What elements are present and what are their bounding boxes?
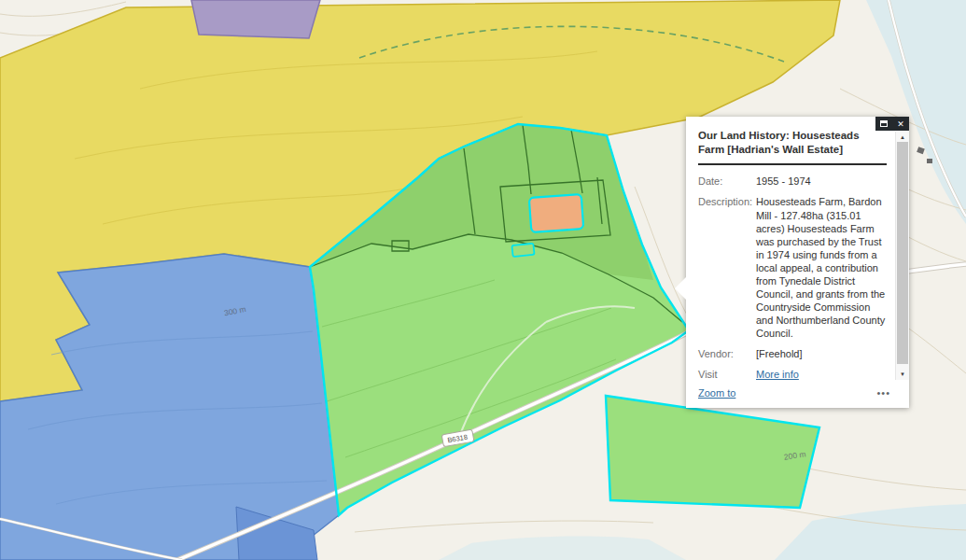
field-value: More info xyxy=(756,368,887,384)
highlighted-small-parcel[interactable] xyxy=(511,244,534,257)
field-label: Visit Property: xyxy=(698,368,756,384)
field-value: 1955 - 1974 xyxy=(756,175,887,188)
parcel-purple[interactable] xyxy=(191,0,320,38)
field-label: Vendor: xyxy=(698,347,756,360)
field-row-description: Description: Housesteads Farm, Bardon Mi… xyxy=(698,195,887,340)
selected-feature-fort[interactable] xyxy=(529,194,583,232)
popup-content: Our Land History: Housesteads Farm [Hadr… xyxy=(686,117,895,384)
title-divider xyxy=(698,163,887,165)
more-info-link[interactable]: More info xyxy=(756,369,799,380)
popup-title: Our Land History: Housesteads Farm [Hadr… xyxy=(698,129,887,157)
popup-scrollbar[interactable]: ▲ ▼ xyxy=(895,132,909,380)
more-actions-button[interactable]: ••• xyxy=(876,388,890,399)
field-row-date: Date: 1955 - 1974 xyxy=(698,175,887,188)
close-button[interactable]: ✕ xyxy=(892,117,909,131)
field-value: [Freehold] xyxy=(756,347,887,360)
field-row-visit-property: Visit Property: More info xyxy=(698,368,887,384)
dock-button[interactable] xyxy=(875,117,892,131)
scroll-up-icon[interactable]: ▲ xyxy=(896,133,909,142)
zoom-to-link[interactable]: Zoom to xyxy=(698,387,735,399)
popup-footer: Zoom to ••• xyxy=(686,384,909,408)
field-label: Date: xyxy=(698,175,756,188)
feature-popup: ✕ Our Land History: Housesteads Farm [Ha… xyxy=(686,117,909,408)
field-row-vendor: Vendor: [Freehold] xyxy=(698,347,887,360)
popup-window-controls: ✕ xyxy=(875,117,909,131)
field-value: Housesteads Farm, Bardon Mill - 127.48ha… xyxy=(756,195,887,340)
field-label: Description: xyxy=(698,195,756,340)
popup-pointer xyxy=(675,277,686,300)
scrollbar-thumb[interactable] xyxy=(897,142,908,364)
dock-icon xyxy=(880,120,888,127)
map-application: B6318 300 m 200 m ✕ Our Land History: Ho… xyxy=(0,0,966,560)
scroll-down-icon[interactable]: ▼ xyxy=(896,370,909,379)
